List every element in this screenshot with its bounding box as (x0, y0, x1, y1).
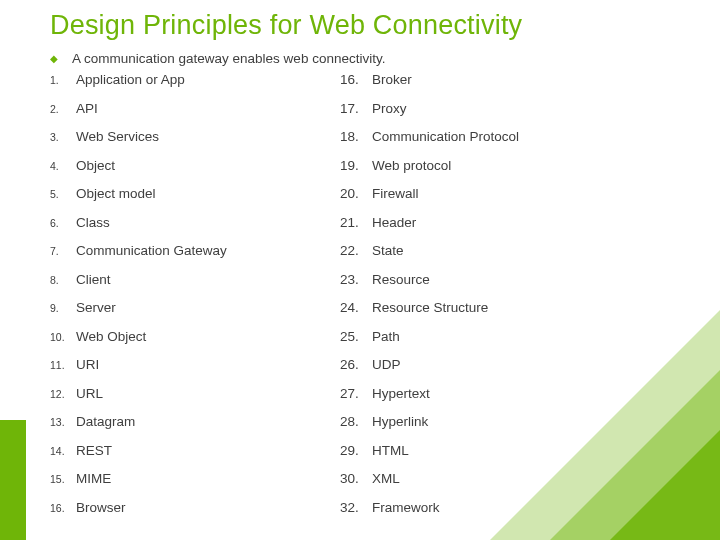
item-text: Class (76, 215, 110, 230)
item-text: Web protocol (372, 158, 451, 173)
list-item: 21.Header (340, 215, 660, 244)
left-column: 1.Application or App2.API3.Web Services4… (50, 72, 340, 528)
item-text: HTML (372, 443, 409, 458)
item-text: Client (76, 272, 111, 287)
list-item: 19.Web protocol (340, 158, 660, 187)
list-item: 7.Communication Gateway (50, 243, 340, 272)
item-number: 23. (340, 272, 372, 287)
item-text: XML (372, 471, 400, 486)
item-text: Framework (372, 500, 440, 515)
item-number: 14. (50, 445, 76, 457)
list-item: 16.Broker (340, 72, 660, 101)
side-accent-bar (0, 420, 26, 540)
item-number: 2. (50, 103, 76, 115)
item-text: Web Services (76, 129, 159, 144)
intro-text: A communication gateway enables web conn… (72, 51, 385, 66)
item-text: Header (372, 215, 416, 230)
item-text: Web Object (76, 329, 146, 344)
item-number: 24. (340, 300, 372, 315)
item-text: Hyperlink (372, 414, 428, 429)
item-text: Path (372, 329, 400, 344)
list-item: 23.Resource (340, 272, 660, 301)
item-number: 12. (50, 388, 76, 400)
item-text: Firewall (372, 186, 419, 201)
intro-row: ◆ A communication gateway enables web co… (50, 51, 692, 66)
item-text: Proxy (372, 101, 407, 116)
list-item: 3.Web Services (50, 129, 340, 158)
item-text: URI (76, 357, 99, 372)
item-number: 32. (340, 500, 372, 515)
item-text: Communication Gateway (76, 243, 227, 258)
list-item: 2.API (50, 101, 340, 130)
list-item: 10.Web Object (50, 329, 340, 358)
list-item: 5.Object model (50, 186, 340, 215)
list-item: 12.URL (50, 386, 340, 415)
item-number: 16. (340, 72, 372, 87)
bullet-icon: ◆ (50, 54, 58, 64)
item-number: 26. (340, 357, 372, 372)
item-text: Object model (76, 186, 156, 201)
item-text: Object (76, 158, 115, 173)
corner-triangle-small (610, 430, 720, 540)
item-number: 7. (50, 245, 76, 257)
item-text: Resource Structure (372, 300, 488, 315)
item-text: Hypertext (372, 386, 430, 401)
item-number: 5. (50, 188, 76, 200)
item-number: 20. (340, 186, 372, 201)
list-item: 4.Object (50, 158, 340, 187)
item-number: 28. (340, 414, 372, 429)
list-item: 11.URI (50, 357, 340, 386)
list-item: 13.Datagram (50, 414, 340, 443)
item-number: 6. (50, 217, 76, 229)
list-item: 22.State (340, 243, 660, 272)
item-number: 3. (50, 131, 76, 143)
list-item: 17.Proxy (340, 101, 660, 130)
item-text: URL (76, 386, 103, 401)
slide: Design Principles for Web Connectivity ◆… (0, 0, 720, 540)
item-number: 17. (340, 101, 372, 116)
list-item: 18.Communication Protocol (340, 129, 660, 158)
item-number: 11. (50, 359, 76, 371)
item-number: 15. (50, 473, 76, 485)
item-number: 29. (340, 443, 372, 458)
list-item: 15.MIME (50, 471, 340, 500)
list-item: 20.Firewall (340, 186, 660, 215)
item-text: Application or App (76, 72, 185, 87)
list-item: 1.Application or App (50, 72, 340, 101)
item-text: Broker (372, 72, 412, 87)
item-number: 18. (340, 129, 372, 144)
item-text: Browser (76, 500, 126, 515)
item-number: 1. (50, 74, 76, 86)
list-item: 8.Client (50, 272, 340, 301)
list-item: 6.Class (50, 215, 340, 244)
page-title: Design Principles for Web Connectivity (50, 10, 692, 41)
item-text: Datagram (76, 414, 135, 429)
list-item: 14.REST (50, 443, 340, 472)
item-text: Server (76, 300, 116, 315)
item-text: REST (76, 443, 112, 458)
item-number: 21. (340, 215, 372, 230)
item-number: 8. (50, 274, 76, 286)
item-number: 9. (50, 302, 76, 314)
item-number: 25. (340, 329, 372, 344)
item-number: 13. (50, 416, 76, 428)
list-item: 9.Server (50, 300, 340, 329)
item-number: 27. (340, 386, 372, 401)
item-text: API (76, 101, 98, 116)
item-number: 19. (340, 158, 372, 173)
item-number: 22. (340, 243, 372, 258)
list-item: 16.Browser (50, 500, 340, 529)
item-number: 4. (50, 160, 76, 172)
item-text: Communication Protocol (372, 129, 519, 144)
item-text: MIME (76, 471, 111, 486)
item-text: UDP (372, 357, 401, 372)
item-number: 30. (340, 471, 372, 486)
item-number: 16. (50, 502, 76, 514)
item-text: Resource (372, 272, 430, 287)
item-number: 10. (50, 331, 76, 343)
item-text: State (372, 243, 404, 258)
